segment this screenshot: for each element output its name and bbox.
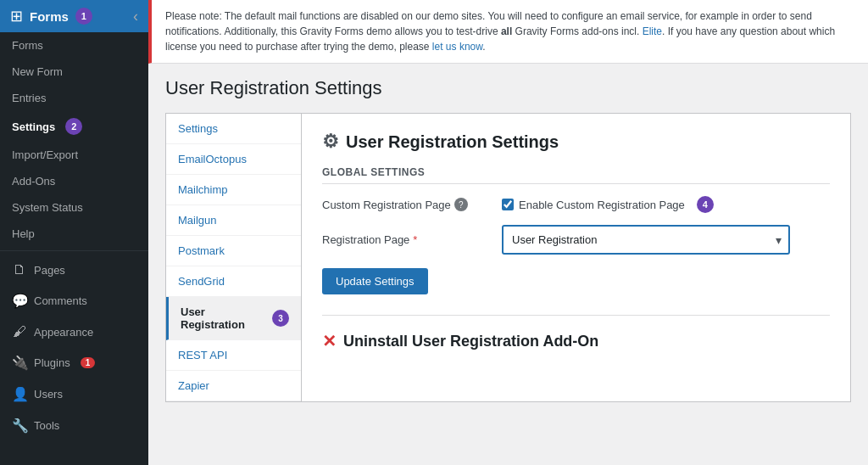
plugins-icon: 🔌	[12, 355, 27, 371]
settings-nav-user-registration[interactable]: User Registration 3	[166, 297, 301, 340]
sidebar-item-plugins[interactable]: 🔌 Plugins 1	[0, 347, 148, 378]
uninstall-title: ✕ Uninstall User Registration Add-On	[322, 331, 830, 351]
settings-nav: Settings EmailOctopus Mailchimp Mailgun …	[166, 114, 302, 401]
appearance-icon: 🖌	[12, 324, 27, 339]
settings-nav-label: Settings	[12, 120, 55, 133]
enable-custom-reg-checkbox[interactable]	[502, 199, 514, 210]
required-star: *	[413, 233, 417, 246]
sidebar-item-appearance[interactable]: 🖌 Appearance	[0, 317, 148, 347]
sidebar-title: Forms	[30, 9, 69, 24]
settings-panel: ⚙ User Registration Settings Global Sett…	[302, 114, 850, 401]
collapse-icon[interactable]: ‹	[133, 8, 138, 25]
update-settings-button[interactable]: Update Settings	[322, 268, 428, 294]
forms-logo-icon: ⊞	[10, 7, 23, 25]
gear-icon: ⚙	[322, 131, 339, 153]
main-content: Please note: The default mail functions …	[148, 0, 868, 465]
sidebar-item-comments[interactable]: 💬 Comments	[0, 285, 148, 317]
tools-label: Tools	[34, 419, 59, 432]
new-form-nav-label: New Form	[12, 65, 63, 78]
sidebar-item-forms[interactable]: Forms	[0, 32, 148, 59]
appearance-label: Appearance	[34, 326, 93, 339]
settings-nav-zapier[interactable]: Zapier	[166, 371, 301, 401]
enable-checkbox-label: Enable Custom Registration Page	[519, 199, 685, 211]
settings-nav-mailgun[interactable]: Mailgun	[166, 205, 301, 236]
custom-reg-label: Custom Registration Page ?	[322, 198, 492, 211]
global-settings-label: Global Settings	[322, 166, 830, 184]
pages-icon: 🗋	[12, 262, 27, 277]
sidebar-item-addons[interactable]: Add-Ons	[0, 168, 148, 194]
sidebar-badge-1: 1	[75, 8, 92, 25]
addons-nav-label: Add-Ons	[12, 175, 55, 188]
system-status-nav-label: System Status	[12, 201, 83, 214]
content-area: User Registration Settings Settings Emai…	[148, 64, 868, 465]
notice-text: Please note: The default mail functions …	[165, 10, 835, 53]
sidebar-item-pages[interactable]: 🗋 Pages	[0, 255, 148, 285]
sidebar-header: ⊞ Forms 1 ‹	[0, 0, 148, 32]
users-label: Users	[34, 388, 63, 401]
sidebar-item-help[interactable]: Help	[0, 221, 148, 247]
help-icon[interactable]: ?	[454, 198, 468, 211]
pages-label: Pages	[34, 264, 65, 277]
enable-checkbox-row: Enable Custom Registration Page 4	[502, 196, 714, 213]
plugins-label: Plugins	[34, 356, 70, 369]
user-reg-nav-badge: 3	[272, 310, 289, 327]
sidebar-item-users[interactable]: 👤 Users	[0, 378, 148, 410]
settings-layout: Settings EmailOctopus Mailchimp Mailgun …	[165, 113, 851, 402]
settings-nav-emailoctopus[interactable]: EmailOctopus	[166, 144, 301, 175]
entries-nav-label: Entries	[12, 92, 46, 104]
settings-nav-settings[interactable]: Settings	[166, 114, 301, 144]
x-icon: ✕	[322, 331, 337, 351]
let-us-know-link[interactable]: let us know	[432, 41, 482, 53]
settings-badge: 2	[65, 118, 82, 135]
settings-nav-rest-api[interactable]: REST API	[166, 340, 301, 371]
elite-link[interactable]: Elite	[643, 25, 662, 37]
uninstall-title-text: Uninstall User Registration Add-On	[343, 333, 598, 350]
sidebar-item-import-export[interactable]: Import/Export	[0, 142, 148, 168]
plugins-notification-badge: 1	[81, 357, 96, 368]
reg-page-select-wrapper: User Registration Default Registration C…	[502, 225, 790, 255]
reg-page-select[interactable]: User Registration Default Registration C…	[502, 225, 790, 255]
custom-reg-row: Custom Registration Page ? Enable Custom…	[322, 196, 830, 213]
forms-nav-label: Forms	[12, 39, 43, 52]
sidebar: ⊞ Forms 1 ‹ Forms New Form Entries Setti…	[0, 0, 148, 465]
reg-page-row: Registration Page * User Registration De…	[322, 225, 830, 255]
uninstall-section: ✕ Uninstall User Registration Add-On	[322, 315, 830, 351]
page-title: User Registration Settings	[165, 77, 851, 99]
sidebar-item-settings[interactable]: Settings 2	[0, 111, 148, 142]
sidebar-wp-section: 🗋 Pages 💬 Comments 🖌 Appearance 🔌 Plugin…	[0, 250, 148, 441]
sidebar-item-entries[interactable]: Entries	[0, 85, 148, 111]
comments-label: Comments	[34, 294, 87, 307]
import-export-nav-label: Import/Export	[12, 148, 78, 161]
notice-bar: Please note: The default mail functions …	[148, 0, 868, 64]
help-nav-label: Help	[12, 227, 35, 240]
comments-icon: 💬	[12, 293, 27, 309]
settings-nav-sendgrid[interactable]: SendGrid	[166, 266, 301, 297]
users-icon: 👤	[12, 386, 27, 402]
settings-nav-mailchimp[interactable]: Mailchimp	[166, 175, 301, 205]
tools-icon: 🔧	[12, 417, 27, 434]
panel-title: User Registration Settings	[346, 132, 559, 152]
panel-title-row: ⚙ User Registration Settings	[322, 131, 830, 153]
sidebar-item-tools[interactable]: 🔧 Tools	[0, 410, 148, 441]
settings-nav-postmark[interactable]: Postmark	[166, 236, 301, 266]
callout-4: 4	[697, 196, 714, 213]
sidebar-forms-nav: Forms New Form Entries Settings 2 Import…	[0, 32, 148, 247]
reg-page-label: Registration Page *	[322, 233, 492, 246]
sidebar-item-system-status[interactable]: System Status	[0, 194, 148, 221]
update-button-row: Update Settings	[322, 268, 830, 294]
sidebar-item-new-form[interactable]: New Form	[0, 59, 148, 85]
